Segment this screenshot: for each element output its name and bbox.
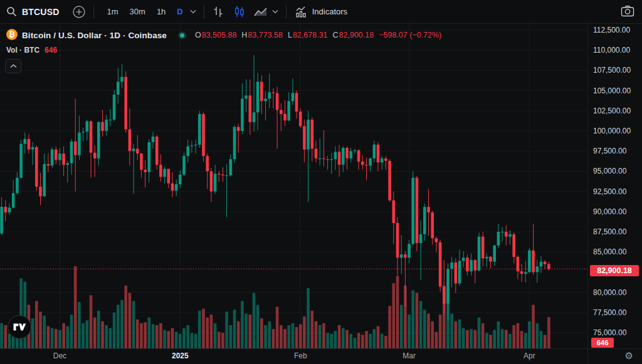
current-volume-badge: 646 (591, 338, 614, 348)
price-axis[interactable]: 82,900.18 646 112,500.00110,000.00107,50… (587, 24, 642, 348)
time-tick-label: Feb (294, 351, 307, 360)
legend: ₿ Bitcoin / U.S. Dollar · 1D · Coinbase … (6, 29, 441, 56)
price-tick-label: 112,500.00 (593, 26, 630, 34)
toolbar-separator (286, 5, 287, 19)
price-tick-label: 92,500.00 (593, 187, 626, 196)
candles-style-icon[interactable] (233, 6, 246, 18)
compare-add-icon[interactable] (72, 5, 86, 19)
toolbar-separator (93, 5, 94, 19)
toolbar-separator (204, 5, 204, 19)
price-tick-label: 100,000.00 (593, 127, 631, 135)
price-tick-label: 107,500.00 (593, 66, 631, 75)
interval-chevron-down-icon[interactable] (190, 9, 196, 14)
time-tick-label: 2025 (172, 351, 189, 360)
bitcoin-icon: ₿ (6, 29, 18, 40)
time-tick-label: Dec (53, 351, 66, 360)
time-tick-label: Apr (524, 351, 535, 360)
high-value: 83,773.58 (248, 31, 283, 39)
price-tick-label: 77,500.00 (593, 308, 626, 317)
ohlc-values: O83,505.88 H83,773.58 L82,678.31 C82,900… (195, 31, 441, 39)
chart-pane[interactable] (0, 24, 587, 348)
open-label: O (195, 31, 201, 39)
interval-1h[interactable]: 1h (157, 7, 166, 16)
search-icon[interactable] (6, 6, 17, 17)
style-chevron-down-icon[interactable] (272, 9, 278, 14)
symbol-title[interactable]: Bitcoin / U.S. Dollar · 1D · Coinbase (22, 31, 167, 40)
low-value: 82,678.31 (293, 31, 328, 39)
price-tick-label: 87,500.00 (593, 227, 626, 236)
time-axis[interactable]: Dec2025FebMarApr (0, 348, 587, 364)
price-tick-label: 95,000.00 (593, 167, 626, 175)
price-tick-label: 105,000.00 (593, 86, 631, 95)
open-value: 83,505.88 (202, 31, 237, 39)
interval-group: 1m30m1hD (102, 7, 189, 16)
price-tick-label: 75,000.00 (593, 328, 626, 337)
price-tick-label: 110,000.00 (593, 46, 630, 55)
price-tick-label: 80,000.00 (593, 288, 626, 297)
bars-style-icon[interactable] (212, 6, 224, 18)
high-label: H (241, 31, 247, 39)
volume-legend-value: 646 (45, 46, 57, 55)
price-tick-label: 90,000.00 (593, 207, 626, 216)
current-price-badge: 82,900.18 (590, 265, 639, 276)
axis-corner: ⚙ (587, 348, 642, 364)
market-status-dot[interactable] (178, 31, 186, 39)
change-value: −598.07 (−0.72%) (379, 31, 441, 39)
close-value: 82,900.18 (339, 31, 374, 39)
price-tick-label: 102,500.00 (593, 107, 631, 115)
symbol-name[interactable]: BTCUSD (22, 7, 60, 17)
interval-1m[interactable]: 1m (107, 7, 118, 16)
interval-30m[interactable]: 30m (130, 7, 145, 16)
indicators-label: Indicators (312, 7, 347, 16)
tradingview-logo[interactable] (8, 315, 31, 339)
indicators-button[interactable]: Indicators (294, 6, 347, 18)
volume-legend-label[interactable]: Vol · BTC (6, 46, 39, 55)
interval-D[interactable]: D (177, 7, 182, 16)
camera-icon[interactable] (621, 5, 634, 18)
time-tick-label: Mar (403, 351, 416, 360)
close-label: C (333, 31, 339, 39)
price-tick-label: 85,000.00 (593, 247, 626, 256)
collapse-pane-button[interactable] (5, 59, 21, 73)
candlestick-chart[interactable] (0, 24, 587, 348)
low-label: L (288, 31, 292, 39)
top-toolbar: BTCUSD 1m30m1hD Indicators (0, 0, 642, 24)
gear-icon[interactable]: ⚙ (625, 350, 633, 361)
area-style-icon[interactable] (253, 6, 268, 18)
price-tick-label: 97,500.00 (593, 147, 626, 155)
tradingview-chart-app: BTCUSD 1m30m1hD Indicators (0, 0, 642, 364)
